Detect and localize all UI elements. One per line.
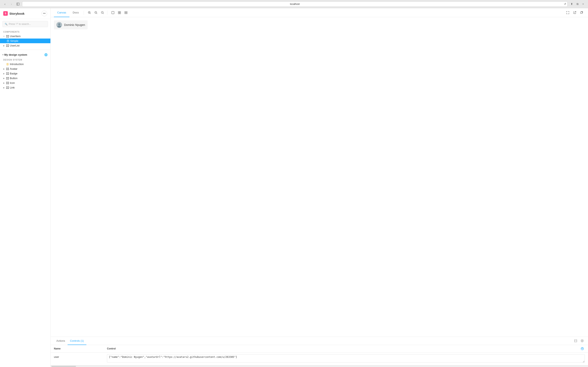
copy-link-button[interactable] xyxy=(579,9,585,16)
tab-actions[interactable]: Actions xyxy=(54,337,68,345)
panel-layout-button[interactable] xyxy=(573,338,578,343)
search-placeholder-text: Press "/" to search... xyxy=(9,23,31,25)
controls-column-name: Name xyxy=(54,347,107,350)
sidebar-toggle-button[interactable] xyxy=(16,2,20,7)
panel-close-button[interactable] xyxy=(579,338,585,343)
sidebar-item-avatar-label: Avatar xyxy=(10,67,17,70)
component-icon-icon xyxy=(6,82,9,84)
app: S Storybook ••• 🔍 Press "/" to search...… xyxy=(0,8,588,367)
bottom-panel: Actions Controls (1) xyxy=(51,337,588,365)
sidebar-item-avatar[interactable]: ▶ Avatar xyxy=(0,67,51,71)
svg-line-39 xyxy=(96,13,97,14)
svg-rect-33 xyxy=(8,88,9,89)
more-options-button[interactable]: ••• xyxy=(42,11,47,16)
tab-controls[interactable]: Controls (1) xyxy=(68,337,86,345)
user-display-name: Dominic Nyugen xyxy=(64,23,85,26)
svg-rect-16 xyxy=(6,69,7,70)
sidebar-item-icon[interactable]: ▶ Icon xyxy=(0,81,51,85)
view-grid-button[interactable] xyxy=(116,9,122,16)
sidebar-item-simple-label: Simple xyxy=(10,39,18,42)
avatar xyxy=(56,22,62,28)
search-bar[interactable]: 🔍 Press "/" to search... xyxy=(2,21,48,27)
reset-controls-button[interactable] xyxy=(580,346,585,351)
svg-rect-27 xyxy=(8,82,9,83)
svg-rect-43 xyxy=(112,11,114,14)
sidebar-item-button-label: Button xyxy=(10,77,17,80)
sidebar-item-link[interactable]: ▶ Link xyxy=(0,85,51,90)
sidebar-item-useritem[interactable]: ▾ UserItem xyxy=(0,34,51,39)
view-single-button[interactable] xyxy=(110,9,116,16)
sidebar-item-badge-label: Badge xyxy=(10,72,17,75)
svg-rect-19 xyxy=(8,72,9,73)
svg-line-35 xyxy=(90,13,91,14)
sidebar-item-badge[interactable]: ▶ Badge xyxy=(0,71,51,76)
controls-header: Name Control xyxy=(51,345,588,352)
svg-rect-14 xyxy=(6,68,7,69)
svg-rect-23 xyxy=(8,77,9,78)
svg-rect-24 xyxy=(6,78,7,80)
forward-button[interactable]: › xyxy=(9,2,14,7)
svg-rect-12 xyxy=(8,46,9,47)
expand-icon-button: ▶ xyxy=(2,77,5,80)
zoom-out-button[interactable] xyxy=(93,9,99,16)
open-new-tab-button[interactable] xyxy=(572,9,578,16)
bottom-scrollbar[interactable] xyxy=(51,365,588,367)
svg-rect-28 xyxy=(6,83,7,84)
sidebar-item-simple[interactable]: Simple xyxy=(0,39,51,43)
component-icon-useritem xyxy=(6,35,9,38)
controls-table: Name Control user xyxy=(51,345,588,365)
tab-canvas[interactable]: Canvas xyxy=(54,8,69,17)
url-bar[interactable]: localhost ↺ xyxy=(22,1,568,7)
fullscreen-button[interactable] xyxy=(565,9,571,16)
doc-icon-introduction xyxy=(6,63,9,66)
reload-button[interactable]: ↺ xyxy=(564,2,566,6)
controls-header-actions xyxy=(580,346,585,351)
expand-icon-link: ▶ xyxy=(2,86,5,89)
toolbar-separator-2 xyxy=(107,11,107,15)
design-system-name: My design system xyxy=(4,53,27,56)
zoom-in-button[interactable] xyxy=(86,9,93,16)
bottom-tabs: Actions Controls (1) xyxy=(51,337,588,345)
preview-content: Dominic Nyugen xyxy=(51,17,588,33)
svg-rect-3 xyxy=(8,35,9,36)
new-tab-button[interactable]: ⧉ xyxy=(575,2,580,7)
sidebar-item-introduction[interactable]: Introduction xyxy=(0,62,51,67)
svg-rect-22 xyxy=(6,77,7,78)
add-tab-button[interactable]: + xyxy=(581,2,586,7)
user-item-preview: Dominic Nyugen xyxy=(54,20,87,29)
zoom-controls xyxy=(86,9,105,16)
search-icon: 🔍 xyxy=(5,23,8,25)
view-list-button[interactable] xyxy=(123,9,129,16)
zoom-reset-button[interactable] xyxy=(99,9,105,16)
back-button[interactable]: ‹ xyxy=(2,2,7,7)
expand-placeholder-introduction xyxy=(2,63,5,66)
design-system-globe-button[interactable]: 🌐 xyxy=(44,53,48,57)
toolbar-right-actions xyxy=(565,9,585,16)
sidebar-item-introduction-label: Introduction xyxy=(10,63,24,66)
svg-rect-52 xyxy=(580,12,582,13)
view-controls xyxy=(110,9,129,16)
svg-line-42 xyxy=(103,13,104,14)
canvas-area: Dominic Nyugen xyxy=(51,17,588,337)
component-icon-link xyxy=(6,86,9,89)
component-icon-userlist xyxy=(6,44,9,47)
svg-rect-15 xyxy=(8,68,9,69)
sidebar-item-useritem-label: UserItem xyxy=(10,35,21,38)
svg-rect-45 xyxy=(120,11,121,12)
sidebar-item-button[interactable]: ▶ Button xyxy=(0,76,51,81)
controls-row-user: user xyxy=(51,352,588,365)
design-system-header: ▾ My design system 🌐 xyxy=(0,51,51,57)
svg-rect-5 xyxy=(8,36,9,38)
svg-rect-48 xyxy=(125,11,127,12)
share-button[interactable]: ⬆ xyxy=(569,2,574,7)
svg-rect-29 xyxy=(8,83,9,84)
tab-docs[interactable]: Docs xyxy=(69,8,82,17)
svg-rect-21 xyxy=(8,74,9,75)
sidebar-item-link-label: Link xyxy=(10,86,15,89)
svg-rect-26 xyxy=(6,82,7,83)
svg-rect-2 xyxy=(6,35,7,36)
logo-area: S Storybook xyxy=(3,11,25,16)
storybook-logo-text: Storybook xyxy=(9,12,25,15)
sidebar-item-userlist[interactable]: ▶ UserList xyxy=(0,43,51,48)
user-control-textarea[interactable] xyxy=(107,354,585,363)
